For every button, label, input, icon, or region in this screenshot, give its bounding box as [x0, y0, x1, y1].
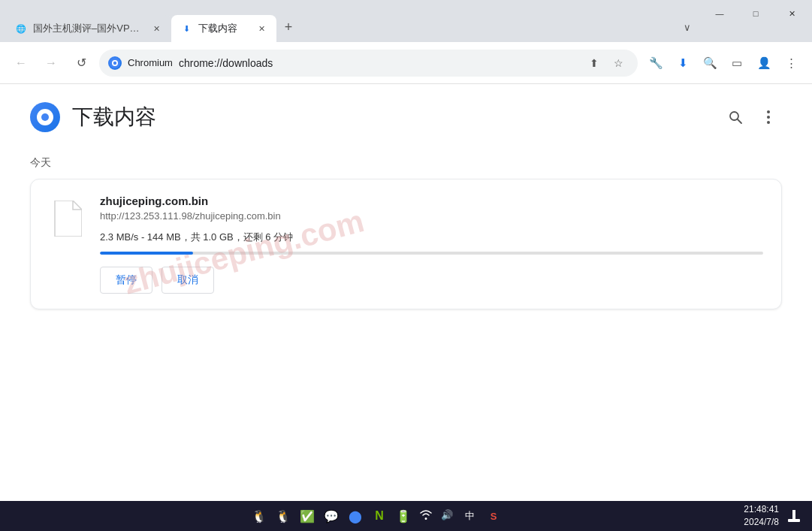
clock[interactable]: 21:48:41 2024/7/8 [744, 503, 779, 529]
page-logo-dot [41, 113, 49, 121]
svg-point-3 [730, 112, 738, 120]
download-url: http://123.253.111.98/zhujiceping.com.bi… [100, 210, 763, 222]
notification-button[interactable] [785, 507, 803, 525]
taskbar: 🐧 🐧 ✅ 💬 ⬤ N 🔋 🔊 中 S 21:48:41 2024/7/8 [0, 501, 812, 531]
minimize-button[interactable]: — [702, 2, 737, 25]
tray-volume[interactable]: 🔊 [439, 506, 455, 523]
profile-button[interactable]: 👤 [752, 51, 776, 75]
new-tab-button[interactable]: + [276, 15, 300, 39]
search-icon [728, 110, 743, 125]
chromium-logo-icon [110, 58, 120, 68]
window-controls: — □ ✕ [699, 0, 812, 42]
svg-point-7 [767, 121, 770, 124]
tab-1-close[interactable]: ✕ [150, 23, 162, 35]
tab-menu-chevron[interactable]: ∨ [675, 15, 699, 39]
tray-check[interactable]: ✅ [297, 506, 317, 526]
downloads-button[interactable]: ⬇ [671, 51, 695, 75]
close-button[interactable]: ✕ [774, 2, 809, 25]
tab-2-label: 下载内容 [198, 22, 249, 35]
extension-button[interactable]: 🔧 [644, 51, 668, 75]
url-display: chrome://downloads [179, 57, 578, 69]
clock-date: 2024/7/8 [744, 516, 779, 529]
page-title: 下载内容 [72, 103, 156, 131]
taskbar-right: 21:48:41 2024/7/8 [744, 503, 803, 529]
address-bar[interactable]: Chromium chrome://downloads ⬆ ☆ [99, 50, 638, 77]
svg-rect-9 [792, 510, 795, 519]
tab-2[interactable]: ⬇ 下载内容 ✕ [171, 15, 276, 42]
maximize-button[interactable]: □ [738, 2, 773, 25]
notification-icon [788, 510, 800, 522]
address-bar-actions: ⬆ ☆ [584, 53, 629, 74]
reload-button[interactable]: ↺ [69, 51, 93, 75]
progress-bar-container [100, 252, 763, 255]
cancel-button[interactable]: 取消 [161, 267, 214, 294]
more-vert-icon [767, 110, 770, 124]
tray-wechat[interactable]: 💬 [321, 506, 341, 526]
search-button[interactable]: 🔍 [698, 51, 722, 75]
menu-button[interactable]: ⋮ [779, 51, 803, 75]
tray-wps[interactable]: S [484, 506, 503, 526]
tab-1-favicon: 🌐 [15, 23, 27, 35]
file-icon [49, 198, 85, 240]
tabs-area: 🌐 国外主机测评–国外VPS、国... ✕ ⬇ 下载内容 ✕ + ∨ [0, 0, 699, 42]
download-status: 2.3 MB/s - 144 MB，共 1.0 GB，还剩 6 分钟 [100, 231, 763, 244]
page-header-actions [722, 104, 782, 131]
page-header: 下载内容 [30, 102, 782, 132]
tab-2-favicon: ⬇ [180, 23, 192, 35]
system-tray: 🐧 🐧 ✅ 💬 ⬤ N 🔋 🔊 中 S [249, 506, 503, 526]
chromium-favicon [108, 56, 122, 70]
page-logo-inner [37, 109, 53, 125]
tab-1-label: 国外主机测评–国外VPS、国... [33, 22, 144, 35]
download-info: zhujiceping.com.bin http://123.253.111.9… [100, 195, 763, 294]
svg-point-2 [113, 61, 116, 64]
section-today-label: 今天 [30, 156, 782, 170]
svg-rect-8 [788, 519, 800, 522]
tab-2-close[interactable]: ✕ [255, 23, 267, 35]
svg-line-4 [738, 119, 741, 123]
download-actions: 暂停 取消 [100, 267, 763, 294]
tray-battery[interactable]: 🔋 [394, 506, 413, 526]
tray-nvidia[interactable]: N [370, 506, 389, 526]
file-icon-svg [52, 201, 82, 237]
page-menu-button[interactable] [755, 104, 782, 131]
toolbar-right: 🔧 ⬇ 🔍 ▭ 👤 ⋮ [644, 51, 803, 75]
svg-point-6 [767, 116, 770, 119]
page-logo [30, 102, 60, 132]
tray-wifi[interactable] [418, 506, 434, 523]
page-content: zhujiceping.com 下载内容 [0, 84, 812, 501]
back-button[interactable]: ← [9, 51, 33, 75]
pause-button[interactable]: 暂停 [100, 267, 152, 294]
page-search-button[interactable] [722, 104, 749, 131]
forward-button[interactable]: → [39, 51, 63, 75]
title-bar: 🌐 国外主机测评–国外VPS、国... ✕ ⬇ 下载内容 ✕ + ∨ — □ ✕ [0, 0, 812, 42]
bookmark-button[interactable]: ☆ [608, 53, 629, 74]
tray-qq2[interactable]: 🐧 [273, 506, 293, 526]
sidebar-button[interactable]: ▭ [725, 51, 749, 75]
svg-point-5 [767, 110, 770, 113]
tab-1[interactable]: 🌐 国外主机测评–国外VPS、国... ✕ [6, 15, 171, 42]
wifi-icon [419, 509, 433, 520]
share-button[interactable]: ⬆ [584, 53, 605, 74]
download-filename: zhujiceping.com.bin [100, 195, 763, 207]
progress-bar-fill [100, 252, 193, 255]
download-item: zhujiceping.com.bin http://123.253.111.9… [30, 179, 782, 309]
tray-qq1[interactable]: 🐧 [249, 506, 269, 526]
toolbar: ← → ↺ Chromium chrome://downloads ⬆ ☆ 🔧 … [0, 42, 812, 84]
browser-brand-label: Chromium [128, 57, 173, 68]
clock-time: 21:48:41 [744, 503, 779, 516]
tray-ime[interactable]: 中 [460, 506, 479, 526]
tray-bluetooth[interactable]: ⬤ [346, 506, 365, 526]
